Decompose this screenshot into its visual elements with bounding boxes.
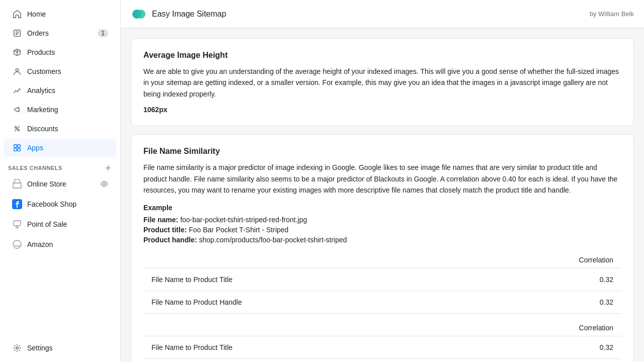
- sidebar-item-online-store[interactable]: Online Store: [4, 175, 116, 193]
- sidebar-item-products-label: Products: [27, 48, 55, 56]
- sidebar-item-analytics-label: Analytics: [27, 86, 55, 95]
- sidebar-item-amazon[interactable]: Amazon: [4, 235, 116, 253]
- customers-icon: [12, 66, 22, 76]
- file-name-similarity-card: File Name Similarity File name similarit…: [131, 134, 634, 362]
- example-product-title-value: Foo Bar Pocket T-Shirt - Striped: [189, 226, 288, 234]
- example-product-handle-row: Product handle: shop.com/products/foo-ba…: [143, 236, 621, 244]
- sidebar-item-marketing[interactable]: Marketing: [4, 101, 116, 119]
- sidebar-item-apps-label: Apps: [27, 144, 43, 152]
- sidebar-item-orders-label: Orders: [27, 29, 49, 37]
- add-channel-icon[interactable]: [104, 164, 112, 172]
- discounts-icon: [12, 124, 22, 134]
- eye-icon[interactable]: [100, 180, 108, 188]
- sidebar-item-home[interactable]: Home: [4, 5, 116, 23]
- sidebar-item-products[interactable]: Products: [4, 43, 116, 61]
- store-icon: [12, 179, 22, 189]
- sales-channels-section: Sales Channels: [0, 158, 120, 174]
- app-logo-icon: [131, 6, 147, 22]
- app-name: Easy Image Sitemap: [152, 10, 226, 19]
- svg-rect-5: [18, 145, 20, 147]
- svg-rect-7: [18, 148, 20, 151]
- sidebar-item-facebook-shop[interactable]: Facebook Shop: [4, 195, 116, 213]
- svg-rect-4: [14, 145, 17, 147]
- svg-point-1: [16, 69, 18, 71]
- svg-rect-8: [13, 183, 21, 188]
- svg-point-2: [15, 127, 17, 129]
- svg-point-15: [136, 10, 145, 19]
- sidebar-item-customers[interactable]: Customers: [4, 62, 116, 80]
- example-block: Example File name: foo-bar-pocket-tshirt…: [143, 204, 621, 244]
- app-logo: Easy Image Sitemap: [131, 6, 226, 22]
- correlation-header-2: Correlation: [458, 320, 621, 336]
- example-filename-label: File name:: [143, 216, 178, 224]
- correlation-table-1: Correlation File Name to Product Title 0…: [143, 252, 621, 314]
- table-row: File Name to Product Handle 0.32: [143, 291, 621, 314]
- avg-image-height-title: Average Image Height: [143, 51, 621, 60]
- avg-image-height-description: We are able to give you an understanding…: [143, 66, 621, 100]
- sidebar-item-customers-label: Customers: [27, 67, 61, 75]
- sales-channels-label: Sales Channels: [8, 165, 62, 171]
- sidebar-item-settings-label: Settings: [27, 344, 53, 352]
- sidebar-item-marketing-label: Marketing: [27, 106, 58, 114]
- example-label: Example: [143, 204, 621, 212]
- sidebar-item-discounts[interactable]: Discounts: [4, 120, 116, 138]
- facebook-shop-label: Facebook Shop: [27, 200, 76, 208]
- table-cell-value: 0.32: [467, 291, 621, 314]
- file-name-similarity-title: File Name Similarity: [143, 147, 621, 156]
- table-cell-value: 0.32: [467, 268, 621, 291]
- amazon-icon: [12, 239, 22, 249]
- app-author: by William Belk: [590, 10, 634, 18]
- app-header: Easy Image Sitemap by William Belk: [121, 0, 644, 28]
- table-cell-label: File Name to Product Handle: [143, 291, 467, 314]
- example-product-title-row: Product title: Foo Bar Pocket T-Shirt - …: [143, 226, 621, 234]
- svg-rect-6: [14, 148, 17, 151]
- settings-icon: [12, 343, 22, 353]
- table-cell-label: File Name to Product Title: [143, 336, 458, 359]
- table-cell-label: File Name to Product Title: [143, 268, 467, 291]
- sidebar-item-orders[interactable]: Orders 1: [4, 24, 116, 42]
- example-product-handle-label: Product handle:: [143, 236, 197, 244]
- svg-point-9: [103, 183, 105, 185]
- table-row: File Name to Product Title 0.32: [143, 268, 621, 291]
- point-of-sale-label: Point of Sale: [27, 220, 67, 228]
- example-filename-row: File name: foo-bar-pocket-tshirt-striped…: [143, 216, 621, 224]
- online-store-label: Online Store: [27, 180, 66, 188]
- sidebar-item-settings[interactable]: Settings: [4, 339, 116, 357]
- avg-image-height-card: Average Image Height We are able to give…: [131, 38, 634, 126]
- analytics-icon: [12, 85, 22, 96]
- sidebar-item-analytics[interactable]: Analytics: [4, 81, 116, 100]
- main-content: Average Image Height We are able to give…: [121, 28, 644, 362]
- marketing-icon: [12, 105, 22, 115]
- apps-icon: [12, 143, 22, 153]
- main-area: Easy Image Sitemap by William Belk Avera…: [121, 0, 644, 362]
- sidebar-item-point-of-sale[interactable]: Point of Sale: [4, 215, 116, 233]
- correlation-header-empty-1: [143, 252, 467, 268]
- svg-point-3: [18, 129, 20, 131]
- example-product-handle-value: shop.com/products/foo-bar-pocket-tshirt-…: [199, 236, 347, 244]
- correlation-header-empty-2: [143, 320, 458, 336]
- svg-point-13: [16, 347, 19, 349]
- orders-icon: [12, 28, 22, 38]
- amazon-label: Amazon: [27, 240, 53, 248]
- pos-icon: [12, 219, 22, 229]
- correlation-table-2: Correlation File Name to Product Title 0…: [143, 320, 621, 359]
- facebook-icon: [12, 199, 22, 209]
- table-row: File Name to Product Title 0.32: [143, 336, 621, 359]
- sidebar-item-discounts-label: Discounts: [27, 125, 58, 133]
- example-product-title-label: Product title:: [143, 226, 187, 234]
- avg-image-height-value: 1062px: [143, 106, 621, 114]
- file-name-similarity-description: File name similarity is a major predicto…: [143, 162, 621, 196]
- sidebar: Home Orders 1 Products: [0, 0, 121, 362]
- svg-point-12: [13, 240, 21, 248]
- products-icon: [12, 47, 22, 57]
- sidebar-item-home-label: Home: [27, 10, 46, 18]
- sidebar-item-apps[interactable]: Apps: [4, 139, 116, 157]
- svg-rect-11: [14, 221, 21, 226]
- example-filename-value: foo-bar-pocket-tshirt-striped-red-front.…: [180, 216, 307, 224]
- orders-badge: 1: [98, 29, 108, 37]
- table-cell-value: 0.32: [458, 336, 621, 359]
- correlation-header-1: Correlation: [467, 252, 621, 268]
- home-icon: [12, 9, 22, 19]
